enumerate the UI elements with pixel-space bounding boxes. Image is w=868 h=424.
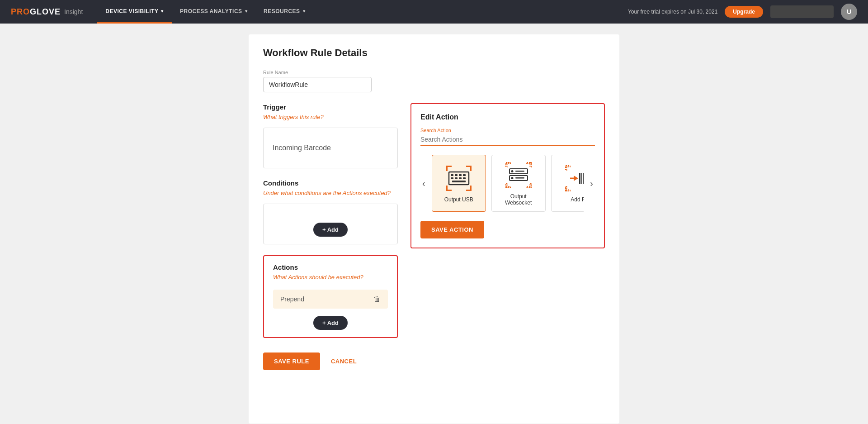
chevron-down-icon: ▾ xyxy=(245,9,248,14)
navbar-right: Your free trial expires on Jul 30, 2021 … xyxy=(628,4,857,20)
trigger-subtitle: What triggers this rule? xyxy=(263,114,398,120)
brand-pro: PRO xyxy=(11,7,30,17)
trigger-box: Incoming Barcode xyxy=(263,128,398,168)
svg-rect-9 xyxy=(451,174,453,176)
nav-device-visibility-label: DEVICE VISIBILITY xyxy=(105,8,158,14)
svg-rect-43 xyxy=(581,173,582,184)
actions-section: Actions What Actions should be executed?… xyxy=(263,255,398,338)
two-col-layout: Trigger What triggers this rule? Incomin… xyxy=(263,103,605,370)
actions-add-button[interactable]: + Add xyxy=(313,316,348,330)
conditions-section: Conditions Under what conditions are the… xyxy=(263,179,398,244)
upgrade-button[interactable]: Upgrade xyxy=(725,6,763,18)
action-item-label: Prepend xyxy=(280,295,304,303)
svg-marker-41 xyxy=(574,176,578,181)
rule-name-field: Rule Name xyxy=(263,70,605,92)
navbar: PROGLOVE Insight DEVICE VISIBILITY ▾ PRO… xyxy=(0,0,868,24)
main-card: Workflow Rule Details Rule Name Trigger … xyxy=(249,34,619,424)
nav-links: DEVICE VISIBILITY ▾ PROCESS ANALYTICS ▾ … xyxy=(97,0,313,24)
footer-buttons: SAVE RULE CANCEL xyxy=(263,353,398,370)
action-item: Prepend 🗑 xyxy=(273,290,388,309)
carousel-prev-button[interactable]: ‹ xyxy=(420,176,427,191)
edit-action-panel: Edit Action Search Action ‹ xyxy=(410,103,605,248)
svg-rect-16 xyxy=(463,177,466,179)
conditions-add-button[interactable]: + Add xyxy=(313,223,348,237)
output-usb-icon xyxy=(444,164,473,193)
trigger-title: Trigger xyxy=(263,103,398,111)
avatar[interactable]: U xyxy=(841,4,857,20)
brand-logo[interactable]: PROGLOVE Insight xyxy=(11,7,83,17)
output-websocket-icon xyxy=(504,161,533,190)
svg-rect-15 xyxy=(459,177,462,179)
svg-rect-3 xyxy=(470,166,472,171)
svg-rect-12 xyxy=(463,174,466,176)
action-card-addp-label: Add P xyxy=(571,196,584,203)
svg-rect-5 xyxy=(446,186,448,191)
svg-rect-11 xyxy=(459,174,462,176)
svg-rect-14 xyxy=(455,177,458,179)
trigger-section: Trigger What triggers this rule? Incomin… xyxy=(263,103,398,168)
save-action-button[interactable]: SAVE ACTION xyxy=(420,221,484,238)
conditions-subtitle: Under what conditions are the Actions ex… xyxy=(263,190,398,196)
svg-rect-10 xyxy=(455,174,458,176)
action-card-output-websocket[interactable]: Output Websocket xyxy=(491,155,546,212)
chevron-down-icon: ▾ xyxy=(303,9,306,14)
svg-point-27 xyxy=(511,170,513,172)
delete-icon[interactable]: 🗑 xyxy=(373,295,381,303)
brand-insight: Insight xyxy=(64,8,83,15)
cancel-button[interactable]: CANCEL xyxy=(331,358,357,365)
nav-resources[interactable]: RESOURCES ▾ xyxy=(255,0,313,24)
nav-device-visibility[interactable]: DEVICE VISIBILITY ▾ xyxy=(97,0,172,24)
action-cards: Output USB xyxy=(432,155,584,212)
action-card-add-p[interactable]: Add P xyxy=(551,155,584,212)
left-column: Trigger What triggers this rule? Incomin… xyxy=(263,103,398,370)
add-p-icon xyxy=(564,164,584,193)
actions-title: Actions xyxy=(273,263,388,271)
brand-glove: GLOVE xyxy=(30,7,61,17)
rule-name-label: Rule Name xyxy=(263,70,605,75)
action-card-usb-label: Output USB xyxy=(444,196,473,203)
actions-subtitle: What Actions should be executed? xyxy=(273,274,388,281)
svg-rect-44 xyxy=(583,173,584,184)
page-title: Workflow Rule Details xyxy=(263,47,605,59)
nav-resources-label: RESOURCES xyxy=(264,8,300,14)
navbar-search[interactable] xyxy=(770,5,834,18)
svg-rect-31 xyxy=(515,177,524,179)
svg-point-29 xyxy=(511,177,513,179)
svg-rect-30 xyxy=(515,171,524,172)
search-action-label: Search Action xyxy=(420,128,595,133)
action-card-ws-label: Output Websocket xyxy=(497,193,540,206)
action-cards-wrapper: ‹ xyxy=(420,155,595,212)
save-rule-button[interactable]: SAVE RULE xyxy=(263,353,320,370)
page-wrapper: Workflow Rule Details Rule Name Trigger … xyxy=(0,24,868,424)
conditions-box: + Add xyxy=(263,204,398,244)
chevron-down-icon: ▾ xyxy=(161,9,164,14)
rule-name-input[interactable] xyxy=(263,77,372,92)
action-card-output-usb[interactable]: Output USB xyxy=(432,155,486,212)
trigger-value: Incoming Barcode xyxy=(273,144,331,152)
svg-rect-42 xyxy=(579,173,580,184)
nav-process-analytics-label: PROCESS ANALYTICS xyxy=(180,8,242,14)
svg-rect-1 xyxy=(446,166,448,171)
svg-rect-7 xyxy=(470,186,472,191)
nav-process-analytics[interactable]: PROCESS ANALYTICS ▾ xyxy=(172,0,255,24)
edit-action-title: Edit Action xyxy=(420,113,595,121)
conditions-title: Conditions xyxy=(263,179,398,187)
search-action-input[interactable] xyxy=(420,134,595,146)
svg-rect-13 xyxy=(451,177,453,179)
svg-rect-17 xyxy=(452,181,466,182)
trial-text: Your free trial expires on Jul 30, 2021 xyxy=(628,9,717,15)
right-column: Edit Action Search Action ‹ xyxy=(410,103,605,370)
svg-rect-25 xyxy=(530,183,531,188)
carousel-next-button[interactable]: › xyxy=(588,176,595,191)
